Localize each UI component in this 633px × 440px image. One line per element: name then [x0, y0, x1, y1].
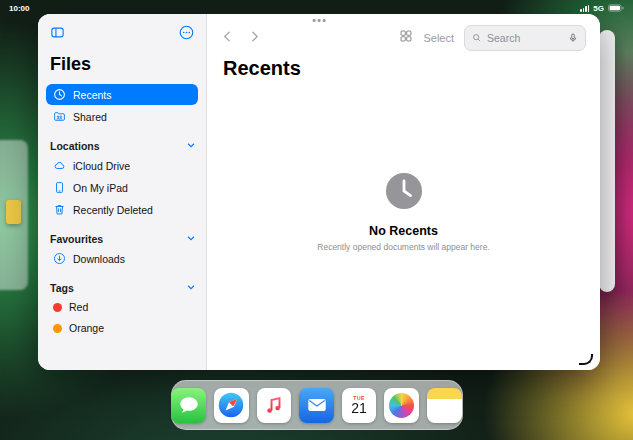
sidebar-item-label: Red — [69, 301, 88, 313]
trash-icon — [53, 203, 66, 216]
recents-clock-icon — [385, 172, 423, 214]
grid-view-icon[interactable] — [399, 29, 413, 47]
section-header-favourites[interactable]: Favourites — [50, 233, 196, 245]
select-button[interactable]: Select — [423, 32, 454, 44]
calendar-day: 21 — [351, 401, 367, 416]
app-title: Files — [50, 54, 194, 75]
section-header-locations[interactable]: Locations — [50, 140, 196, 152]
cloud-icon — [53, 159, 66, 172]
toggle-sidebar-icon[interactable] — [50, 25, 65, 44]
background-window[interactable] — [599, 30, 615, 292]
wallpaper-yellow-object — [6, 200, 21, 224]
sidebar-item-label: Recently Deleted — [73, 204, 153, 216]
sidebar-item-label: Orange — [69, 322, 104, 334]
red-tag-icon — [53, 303, 62, 312]
mail-app-icon[interactable] — [299, 388, 334, 423]
chevron-down-icon[interactable] — [186, 233, 196, 245]
section-title: Favourites — [50, 233, 103, 245]
sidebar-item-label: Recents — [73, 89, 112, 101]
download-circle-icon — [53, 252, 66, 265]
toolbar: Select — [207, 14, 600, 54]
photos-app-icon[interactable] — [384, 388, 419, 423]
sidebar-item-on-my-ipad[interactable]: On My iPad — [46, 177, 198, 198]
calendar-app-icon[interactable]: TUE 21 — [342, 388, 377, 423]
ipad-icon — [53, 181, 66, 194]
music-app-icon[interactable] — [257, 388, 292, 423]
shared-folder-icon — [53, 110, 66, 123]
safari-app-icon[interactable] — [214, 388, 249, 423]
search-icon — [472, 29, 482, 47]
status-time: 10:00 — [9, 4, 29, 13]
sidebar-item-tag-orange[interactable]: Orange — [46, 318, 198, 338]
sidebar-item-label: Shared — [73, 111, 107, 123]
empty-state-subtitle: Recently opened documents will appear he… — [317, 242, 489, 252]
battery-icon — [608, 4, 624, 14]
more-options-icon[interactable] — [179, 25, 194, 44]
sidebar-item-recently-deleted[interactable]: Recently Deleted — [46, 199, 198, 220]
orange-tag-icon — [53, 324, 62, 333]
messages-app-icon[interactable] — [171, 388, 206, 423]
section-header-tags[interactable]: Tags — [50, 282, 196, 294]
sidebar-item-shared[interactable]: Shared — [46, 106, 198, 127]
status-bar: 10:00 5G — [0, 0, 633, 14]
sidebar-item-downloads[interactable]: Downloads — [46, 248, 198, 269]
section-title: Locations — [50, 140, 100, 152]
sidebar-item-recents[interactable]: Recents — [46, 84, 198, 105]
microphone-icon[interactable] — [568, 29, 578, 47]
sidebar: Files Recents Shared Locations iCloud Dr… — [38, 14, 207, 370]
sidebar-item-label: iCloud Drive — [73, 160, 130, 172]
forward-button[interactable] — [248, 29, 261, 47]
files-app-window: Files Recents Shared Locations iCloud Dr… — [38, 14, 600, 370]
sidebar-item-tag-red[interactable]: Red — [46, 297, 198, 317]
section-title: Tags — [50, 282, 74, 294]
network-type-label: 5G — [593, 4, 604, 13]
content-area: Select Recents No Recents Recently opene… — [207, 14, 600, 370]
empty-state-title: No Recents — [369, 224, 438, 238]
sidebar-item-icloud-drive[interactable]: iCloud Drive — [46, 155, 198, 176]
window-drag-handle[interactable] — [313, 19, 326, 22]
search-field[interactable] — [464, 25, 586, 51]
search-input[interactable] — [487, 32, 563, 44]
empty-state: No Recents Recently opened documents wil… — [207, 54, 600, 370]
chevron-down-icon[interactable] — [186, 282, 196, 294]
notes-app-icon[interactable] — [427, 388, 462, 423]
sidebar-item-label: On My iPad — [73, 182, 128, 194]
sidebar-item-label: Downloads — [73, 253, 125, 265]
clock-icon — [53, 88, 66, 101]
cellular-signal-icon — [580, 5, 589, 13]
photos-flower-icon — [389, 393, 414, 418]
back-button[interactable] — [221, 29, 234, 47]
dock: TUE 21 — [171, 380, 463, 430]
chevron-down-icon[interactable] — [186, 140, 196, 152]
